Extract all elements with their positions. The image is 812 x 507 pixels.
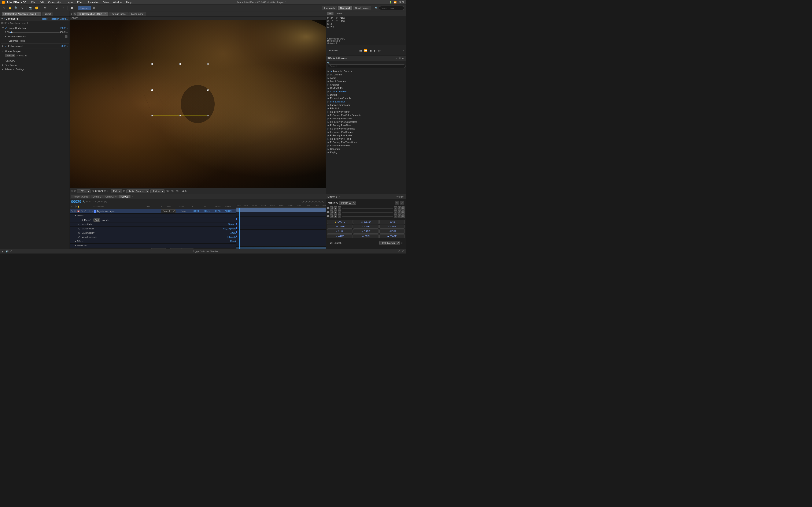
enhancement-toggle[interactable] bbox=[2, 45, 3, 47]
noise-min-val[interactable]: 0.0% bbox=[5, 31, 10, 34]
preview-stop[interactable]: ⏹ bbox=[369, 49, 372, 52]
grid-btn4[interactable]: ⬡ bbox=[173, 190, 175, 192]
info-tab[interactable]: Info bbox=[327, 12, 334, 15]
close-comp-tab[interactable]: ✕ bbox=[104, 13, 106, 15]
track-row-1[interactable] bbox=[237, 208, 326, 212]
mask-add-btn[interactable]: Add bbox=[93, 218, 100, 222]
preview-play[interactable]: ⏵ bbox=[374, 49, 376, 52]
slider-2-prev-key[interactable]: ◁ bbox=[330, 210, 334, 214]
menu-animation[interactable]: Animation bbox=[86, 0, 101, 4]
effect-enable-icon[interactable]: ƒ bbox=[4, 18, 5, 20]
motion-est-toggle[interactable] bbox=[5, 36, 6, 38]
cat-fxfactory-gen[interactable]: ▶ FxFactory Pro Generators bbox=[326, 120, 406, 124]
playhead[interactable] bbox=[239, 208, 240, 249]
preview-settings[interactable]: ≡ bbox=[403, 49, 404, 52]
search-timeline-icon[interactable]: 🔍 bbox=[83, 201, 85, 203]
cat-fxfactory-stylize[interactable]: ▶ FxFactory Pro Stylize bbox=[326, 134, 406, 137]
tab-comp2[interactable]: Comp 2 ✕ bbox=[103, 195, 119, 199]
slider-3-r2[interactable]: ⬡ bbox=[398, 214, 401, 218]
layer-2-mode[interactable]: Normal bbox=[151, 248, 166, 249]
cat-generate[interactable]: ▶ Generate bbox=[326, 147, 406, 151]
status-expand-icon[interactable]: ⬡ bbox=[398, 250, 401, 252]
warp-btn[interactable]: ↔ WARP bbox=[327, 234, 353, 238]
track-bar-1[interactable] bbox=[237, 208, 326, 212]
standard-workspace[interactable]: Standard bbox=[338, 6, 352, 10]
pen-tool[interactable]: ✏ bbox=[43, 5, 48, 11]
menu-effect[interactable]: Effect bbox=[75, 0, 85, 4]
cat-cinema4d[interactable]: ▶ CINEMA 4D bbox=[326, 87, 406, 90]
essentials-workspace[interactable]: Essentials bbox=[322, 6, 337, 10]
view-dropdown[interactable]: 1 View bbox=[150, 189, 164, 193]
menu-composition[interactable]: Composition bbox=[47, 0, 64, 4]
zoom-dropdown[interactable]: 100% bbox=[77, 189, 91, 193]
tl-ctrl-7[interactable]: ⬡ bbox=[319, 200, 321, 203]
cat-animation-presets[interactable]: ▶ ★ Animation Presets bbox=[326, 69, 406, 73]
advanced-settings-toggle[interactable] bbox=[2, 68, 3, 70]
composition-viewer[interactable] bbox=[70, 20, 326, 188]
tab-composition[interactable]: ▣ Composition C0001 ✕ bbox=[77, 12, 108, 16]
cat-fxfactory-tiling[interactable]: ▶ FxFactory Pro Tiling bbox=[326, 137, 406, 140]
motion-expand-btn[interactable]: ⬡ bbox=[395, 201, 399, 205]
slider-1-r3[interactable]: R bbox=[401, 207, 405, 210]
noise-slider[interactable] bbox=[10, 32, 60, 33]
layer-2-audio[interactable]: 🔊 bbox=[77, 249, 80, 249]
layer-1-audio[interactable]: 🔇 bbox=[77, 210, 80, 213]
cat-expression-controls[interactable]: ▶ Expression Controls bbox=[326, 97, 406, 100]
timeline-menu[interactable]: ≡ bbox=[132, 195, 133, 198]
cat-fxfactory-video[interactable]: ▶ FxFactory Pro Video bbox=[326, 144, 406, 147]
viewer-toggle-icon[interactable]: ⊟ bbox=[74, 190, 76, 192]
menu-help[interactable]: Help bbox=[124, 0, 133, 4]
noise-reduction-toggle[interactable] bbox=[2, 27, 4, 29]
slider-3-next-key[interactable]: ▷ bbox=[338, 214, 341, 218]
timeline-tracks[interactable]: 0:00 0050 0100 0150 0200 0250 0300 0350 … bbox=[237, 204, 326, 249]
reset-btn[interactable]: Reset bbox=[42, 17, 48, 20]
mask-opacity-value[interactable]: 100% bbox=[230, 232, 236, 234]
track-row-2[interactable] bbox=[237, 246, 326, 249]
close-comp2-tab[interactable]: ✕ bbox=[115, 195, 117, 198]
mask-path-value[interactable]: Shape... bbox=[228, 223, 236, 226]
cat-frischluft[interactable]: ▶ Frischluft bbox=[326, 107, 406, 110]
layer-1-video[interactable]: 👁 bbox=[73, 210, 77, 213]
quality-dropdown[interactable]: Full bbox=[111, 189, 122, 193]
status-collapse-icon[interactable]: ⬡ bbox=[402, 250, 404, 252]
cat-film-emulation[interactable]: ▶ Film Emulation bbox=[326, 100, 406, 103]
cat-francois[interactable]: ▶ francois-tarlier.com bbox=[326, 103, 406, 107]
tab-effect-controls[interactable]: Effect Controls Adjustment Layer 1 ✕ bbox=[2, 12, 41, 16]
cat-fxfactory-blur[interactable]: ▶ FxFactory Pro Blur bbox=[326, 110, 406, 113]
slider-1-add-key[interactable]: ◆ bbox=[334, 207, 337, 210]
about-btn[interactable]: About... bbox=[60, 17, 68, 20]
slider-1-track[interactable] bbox=[342, 208, 393, 209]
layer-1-expand[interactable] bbox=[91, 211, 93, 212]
status-audio-icon[interactable]: 🔊 bbox=[6, 250, 9, 252]
tl-ctrl-2[interactable]: ⬡ bbox=[305, 200, 307, 203]
tab-render-queue[interactable]: Render Queue bbox=[70, 195, 90, 199]
layer-1-mode[interactable]: Normal bbox=[161, 209, 176, 213]
mask-feather-value[interactable]: 0.0,0.0 pixels bbox=[223, 228, 236, 230]
preview-last-frame[interactable]: ⏭ bbox=[378, 49, 381, 52]
slider-2-r3[interactable]: R bbox=[401, 210, 405, 214]
layer-1-out[interactable]: 00515 bbox=[204, 210, 215, 212]
tab-project[interactable]: Project bbox=[42, 12, 53, 16]
layer-row-2[interactable]: ⬡ 👁 🔊 ⬡ ⬡ 2 C0001.MP4 Normal bbox=[70, 248, 236, 249]
viewer-play-icon[interactable]: ⬡ bbox=[104, 190, 106, 192]
noise-slider-track[interactable] bbox=[10, 32, 60, 33]
slider-2-next-key[interactable]: ▷ bbox=[338, 210, 341, 214]
cat-fxfactory-transitions[interactable]: ▶ FxFactory Pro Transitions bbox=[326, 140, 406, 144]
puppet-tool[interactable]: ⬟ bbox=[69, 5, 74, 11]
layer-2-solo[interactable]: ⬡ bbox=[80, 249, 83, 249]
layer-row-1[interactable]: ⬡ 👁 🔇 ⬡ ⬡ 1 Adjustment Layer 1 Normal bbox=[70, 209, 236, 214]
viewer-region-icon[interactable]: ⬡ bbox=[123, 190, 125, 192]
effects-expand[interactable] bbox=[75, 241, 76, 242]
tab-layer[interactable]: Layer (none) bbox=[129, 12, 146, 16]
layer-1-lock[interactable]: ⬡ bbox=[84, 210, 87, 213]
task-settings-icon[interactable]: ⬡ bbox=[401, 242, 403, 244]
tab-c0001[interactable]: C0001 bbox=[119, 195, 130, 199]
name-btn[interactable]: A NAME bbox=[379, 225, 405, 229]
layer-1-shy[interactable]: ⬡ bbox=[70, 210, 73, 213]
mask-1-row[interactable]: Mask 1 Add Inverted bbox=[70, 218, 236, 222]
pan-tool[interactable]: ✊ bbox=[34, 5, 39, 11]
slider-1-next-key[interactable]: ▷ bbox=[338, 207, 341, 210]
rotate-tool[interactable]: ⟲ bbox=[19, 5, 24, 11]
rope-btn[interactable]: 〜 ROPE bbox=[379, 229, 405, 234]
tab-footage[interactable]: Footage (none) bbox=[108, 12, 129, 16]
